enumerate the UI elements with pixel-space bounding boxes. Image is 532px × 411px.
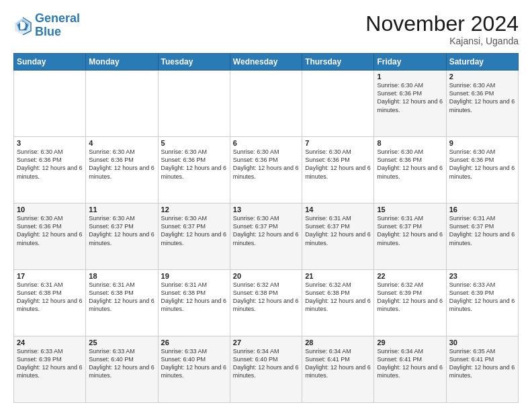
- calendar-cell: 11Sunrise: 6:30 AM Sunset: 6:37 PM Dayli…: [86, 203, 158, 270]
- calendar-cell: 15Sunrise: 6:31 AM Sunset: 6:37 PM Dayli…: [374, 203, 446, 270]
- calendar-cell: 17Sunrise: 6:31 AM Sunset: 6:38 PM Dayli…: [14, 270, 86, 336]
- day-detail: Sunrise: 6:30 AM Sunset: 6:37 PM Dayligh…: [89, 214, 154, 247]
- calendar-cell: 30Sunrise: 6:35 AM Sunset: 6:41 PM Dayli…: [446, 336, 518, 403]
- col-saturday: Saturday: [446, 54, 518, 71]
- calendar-cell: 20Sunrise: 6:32 AM Sunset: 6:38 PM Dayli…: [230, 270, 302, 336]
- day-number: 4: [89, 139, 154, 147]
- day-number: 7: [305, 139, 371, 147]
- day-detail: Sunrise: 6:30 AM Sunset: 6:36 PM Dayligh…: [377, 148, 443, 181]
- day-number: 5: [161, 139, 227, 147]
- day-detail: Sunrise: 6:33 AM Sunset: 6:40 PM Dayligh…: [161, 347, 227, 380]
- col-monday: Monday: [86, 54, 158, 71]
- day-detail: Sunrise: 6:33 AM Sunset: 6:39 PM Dayligh…: [17, 347, 83, 380]
- day-detail: Sunrise: 6:30 AM Sunset: 6:36 PM Dayligh…: [449, 148, 515, 181]
- calendar-cell: 24Sunrise: 6:33 AM Sunset: 6:39 PM Dayli…: [14, 336, 86, 403]
- day-detail: Sunrise: 6:30 AM Sunset: 6:36 PM Dayligh…: [233, 148, 299, 181]
- logo: General Blue: [13, 12, 80, 39]
- calendar-cell: 9Sunrise: 6:30 AM Sunset: 6:36 PM Daylig…: [446, 137, 518, 203]
- day-number: 8: [377, 139, 443, 147]
- page: General Blue November 2024 Kajansi, Ugan…: [0, 0, 532, 411]
- calendar-body: 1Sunrise: 6:30 AM Sunset: 6:36 PM Daylig…: [14, 71, 519, 403]
- calendar-week-row: 24Sunrise: 6:33 AM Sunset: 6:39 PM Dayli…: [14, 336, 519, 403]
- day-detail: Sunrise: 6:35 AM Sunset: 6:41 PM Dayligh…: [449, 347, 515, 380]
- calendar-cell: 3Sunrise: 6:30 AM Sunset: 6:36 PM Daylig…: [14, 137, 86, 203]
- day-number: 26: [161, 338, 227, 347]
- day-number: 19: [161, 272, 227, 280]
- col-friday: Friday: [374, 54, 446, 71]
- day-detail: Sunrise: 6:33 AM Sunset: 6:40 PM Dayligh…: [89, 347, 154, 380]
- calendar-cell: 29Sunrise: 6:34 AM Sunset: 6:41 PM Dayli…: [374, 336, 446, 403]
- day-detail: Sunrise: 6:34 AM Sunset: 6:41 PM Dayligh…: [305, 347, 371, 380]
- day-number: 22: [377, 272, 443, 280]
- calendar-cell: 2Sunrise: 6:30 AM Sunset: 6:36 PM Daylig…: [446, 71, 518, 137]
- day-number: 30: [449, 338, 515, 347]
- col-thursday: Thursday: [302, 54, 374, 71]
- day-number: 3: [17, 139, 83, 147]
- calendar-cell: 28Sunrise: 6:34 AM Sunset: 6:41 PM Dayli…: [302, 336, 374, 403]
- day-detail: Sunrise: 6:32 AM Sunset: 6:39 PM Dayligh…: [377, 281, 443, 314]
- day-detail: Sunrise: 6:30 AM Sunset: 6:36 PM Dayligh…: [377, 81, 443, 114]
- logo-text: General Blue: [35, 12, 80, 39]
- calendar-cell: 22Sunrise: 6:32 AM Sunset: 6:39 PM Dayli…: [374, 270, 446, 336]
- calendar-cell: 7Sunrise: 6:30 AM Sunset: 6:36 PM Daylig…: [302, 137, 374, 203]
- day-detail: Sunrise: 6:30 AM Sunset: 6:37 PM Dayligh…: [233, 214, 299, 247]
- calendar-cell: 23Sunrise: 6:33 AM Sunset: 6:39 PM Dayli…: [446, 270, 518, 336]
- col-tuesday: Tuesday: [158, 54, 230, 71]
- day-detail: Sunrise: 6:31 AM Sunset: 6:37 PM Dayligh…: [377, 214, 443, 247]
- day-number: 23: [449, 272, 515, 280]
- day-detail: Sunrise: 6:31 AM Sunset: 6:37 PM Dayligh…: [449, 214, 515, 247]
- day-detail: Sunrise: 6:30 AM Sunset: 6:36 PM Dayligh…: [17, 214, 83, 247]
- calendar-table: Sunday Monday Tuesday Wednesday Thursday…: [13, 53, 519, 403]
- calendar-cell: [86, 71, 158, 137]
- day-number: 10: [17, 205, 83, 214]
- calendar-cell: 27Sunrise: 6:34 AM Sunset: 6:40 PM Dayli…: [230, 336, 302, 403]
- calendar-cell: 18Sunrise: 6:31 AM Sunset: 6:38 PM Dayli…: [86, 270, 158, 336]
- day-number: 24: [17, 338, 83, 347]
- title-block: November 2024 Kajansi, Uganda: [365, 12, 519, 46]
- calendar-cell: 1Sunrise: 6:30 AM Sunset: 6:36 PM Daylig…: [374, 71, 446, 137]
- subtitle: Kajansi, Uganda: [365, 36, 519, 46]
- day-number: 12: [161, 205, 227, 214]
- day-number: 1: [377, 73, 443, 81]
- day-detail: Sunrise: 6:30 AM Sunset: 6:36 PM Dayligh…: [17, 148, 83, 181]
- day-number: 17: [17, 272, 83, 280]
- col-wednesday: Wednesday: [230, 54, 302, 71]
- day-number: 18: [89, 272, 154, 280]
- calendar-cell: 13Sunrise: 6:30 AM Sunset: 6:37 PM Dayli…: [230, 203, 302, 270]
- day-number: 2: [449, 73, 515, 81]
- logo-icon: [13, 16, 32, 35]
- calendar-cell: 25Sunrise: 6:33 AM Sunset: 6:40 PM Dayli…: [86, 336, 158, 403]
- calendar-week-row: 3Sunrise: 6:30 AM Sunset: 6:36 PM Daylig…: [14, 137, 519, 203]
- calendar-header: Sunday Monday Tuesday Wednesday Thursday…: [14, 54, 519, 71]
- calendar-cell: 16Sunrise: 6:31 AM Sunset: 6:37 PM Dayli…: [446, 203, 518, 270]
- calendar-cell: 26Sunrise: 6:33 AM Sunset: 6:40 PM Dayli…: [158, 336, 230, 403]
- day-detail: Sunrise: 6:32 AM Sunset: 6:38 PM Dayligh…: [233, 281, 299, 314]
- day-detail: Sunrise: 6:30 AM Sunset: 6:36 PM Dayligh…: [305, 148, 371, 181]
- day-detail: Sunrise: 6:33 AM Sunset: 6:39 PM Dayligh…: [449, 281, 515, 314]
- day-number: 11: [89, 205, 154, 214]
- day-detail: Sunrise: 6:30 AM Sunset: 6:36 PM Dayligh…: [161, 148, 227, 181]
- day-detail: Sunrise: 6:30 AM Sunset: 6:37 PM Dayligh…: [161, 214, 227, 247]
- day-detail: Sunrise: 6:31 AM Sunset: 6:37 PM Dayligh…: [305, 214, 371, 247]
- day-detail: Sunrise: 6:31 AM Sunset: 6:38 PM Dayligh…: [161, 281, 227, 314]
- logo-line1: General: [35, 11, 80, 25]
- calendar-cell: 8Sunrise: 6:30 AM Sunset: 6:36 PM Daylig…: [374, 137, 446, 203]
- calendar-cell: 10Sunrise: 6:30 AM Sunset: 6:36 PM Dayli…: [14, 203, 86, 270]
- calendar-cell: [230, 71, 302, 137]
- calendar-week-row: 10Sunrise: 6:30 AM Sunset: 6:36 PM Dayli…: [14, 203, 519, 270]
- calendar-cell: [14, 71, 86, 137]
- day-detail: Sunrise: 6:30 AM Sunset: 6:36 PM Dayligh…: [89, 148, 154, 181]
- calendar-cell: 21Sunrise: 6:32 AM Sunset: 6:38 PM Dayli…: [302, 270, 374, 336]
- day-detail: Sunrise: 6:34 AM Sunset: 6:40 PM Dayligh…: [233, 347, 299, 380]
- day-detail: Sunrise: 6:31 AM Sunset: 6:38 PM Dayligh…: [89, 281, 154, 314]
- day-detail: Sunrise: 6:31 AM Sunset: 6:38 PM Dayligh…: [17, 281, 83, 314]
- day-detail: Sunrise: 6:30 AM Sunset: 6:36 PM Dayligh…: [449, 81, 515, 114]
- calendar-cell: 6Sunrise: 6:30 AM Sunset: 6:36 PM Daylig…: [230, 137, 302, 203]
- calendar-week-row: 17Sunrise: 6:31 AM Sunset: 6:38 PM Dayli…: [14, 270, 519, 336]
- day-number: 29: [377, 338, 443, 347]
- day-number: 13: [233, 205, 299, 214]
- day-number: 28: [305, 338, 371, 347]
- day-number: 27: [233, 338, 299, 347]
- day-detail: Sunrise: 6:32 AM Sunset: 6:38 PM Dayligh…: [305, 281, 371, 314]
- calendar-cell: 12Sunrise: 6:30 AM Sunset: 6:37 PM Dayli…: [158, 203, 230, 270]
